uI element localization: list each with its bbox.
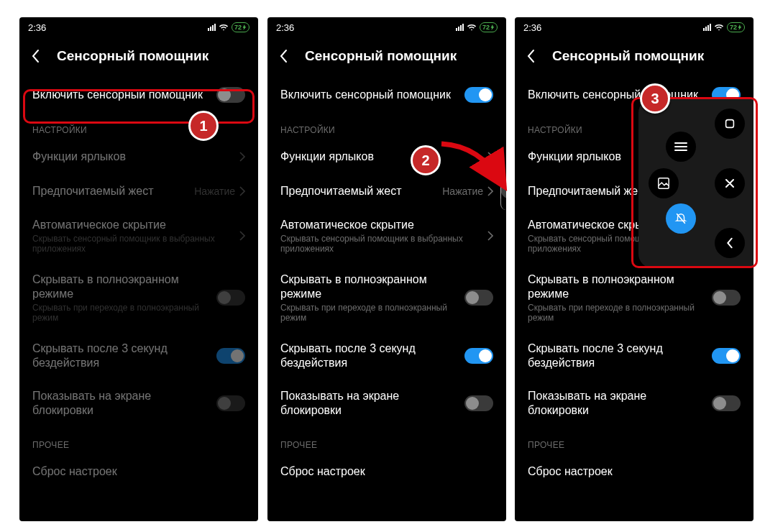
toggle-lockscreen[interactable] <box>464 395 493 411</box>
toggle-fullscreen[interactable] <box>216 290 245 306</box>
wifi-icon <box>714 24 724 31</box>
row-reset[interactable]: Сброс настроек <box>19 454 258 489</box>
section-header-other: ПРОЧЕЕ <box>19 427 258 454</box>
toggle-lockscreen[interactable] <box>216 395 245 411</box>
row-lockscreen[interactable]: Показывать на экране блокировки <box>515 380 753 427</box>
toggle-enable[interactable] <box>464 87 493 103</box>
row-autohide[interactable]: Автоматическое скрытиеСкрывать сенсорный… <box>267 208 506 263</box>
status-time: 2:36 <box>28 22 46 33</box>
row-gesture[interactable]: Предпочитаемый жест Нажатие <box>19 174 258 208</box>
cellular-icon <box>703 24 711 31</box>
toggle-fullscreen[interactable] <box>464 290 493 306</box>
chevron-left-icon <box>526 49 535 63</box>
callout-arrow <box>437 139 509 191</box>
chevron-right-icon <box>487 231 493 241</box>
row-enable-quickball[interactable]: Включить сенсорный помощник <box>267 78 506 112</box>
row-reset[interactable]: Сброс настроек <box>267 454 506 489</box>
callout-badge-2: 2 <box>411 145 441 175</box>
toggle-idle[interactable] <box>712 348 741 364</box>
title-bar: Сенсорный помощник <box>19 37 258 78</box>
tutorial-stage: 2:36 72 Сенсорный помощник Включить сенс… <box>0 0 765 532</box>
back-button[interactable] <box>522 47 539 65</box>
title-bar: Сенсорный помощник <box>267 37 506 78</box>
back-button[interactable] <box>275 47 292 65</box>
section-header-other: ПРОЧЕЕ <box>515 427 753 454</box>
status-indicators: 72 <box>703 22 745 32</box>
status-time: 2:36 <box>523 22 541 33</box>
row-label: Включить сенсорный помощник <box>280 88 451 102</box>
row-idle[interactable]: Скрывать после 3 секунд бездействия <box>19 332 258 380</box>
chevron-left-icon <box>31 49 40 63</box>
toggle-idle[interactable] <box>216 348 245 364</box>
chevron-right-icon <box>239 186 245 196</box>
cellular-icon <box>208 24 216 31</box>
phone-2: 2:36 72 Сенсорный помощник Включить сенс… <box>267 17 506 521</box>
row-shortcuts[interactable]: Функции ярлыков <box>19 139 258 174</box>
toggle-fullscreen[interactable] <box>712 290 741 306</box>
page-title: Сенсорный помощник <box>552 48 704 64</box>
status-time: 2:36 <box>276 22 294 33</box>
callout-highlight-1 <box>23 89 255 124</box>
toggle-idle[interactable] <box>464 348 493 364</box>
row-idle[interactable]: Скрывать после 3 секунд бездействия <box>515 332 753 380</box>
wifi-icon <box>219 24 229 31</box>
battery-icon: 72 <box>232 22 249 32</box>
status-bar: 2:36 72 <box>19 17 258 37</box>
wifi-icon <box>467 24 477 31</box>
status-bar: 2:36 72 <box>267 17 506 37</box>
phone-3: 2:36 72 Сенсорный помощник Включить сенс… <box>515 17 753 521</box>
callout-badge-1: 1 <box>188 111 219 141</box>
row-autohide[interactable]: Автоматическое скрытие Скрывать сенсорны… <box>19 208 258 263</box>
row-idle[interactable]: Скрывать после 3 секунд бездействия <box>267 332 506 380</box>
row-fullscreen[interactable]: Скрывать в полноэкранном режиме Скрывать… <box>19 263 258 332</box>
callout-badge-3: 3 <box>640 83 670 114</box>
row-lockscreen[interactable]: Показывать на экране блокировки <box>267 380 506 427</box>
row-lockscreen[interactable]: Показывать на экране блокировки <box>19 380 258 427</box>
row-reset[interactable]: Сброс настроек <box>515 454 753 489</box>
page-title: Сенсорный помощник <box>305 48 457 64</box>
row-fullscreen[interactable]: Скрывать в полноэкранном режимеСкрывать … <box>515 263 753 332</box>
page-title: Сенсорный помощник <box>57 48 209 64</box>
status-indicators: 72 <box>208 22 249 32</box>
chevron-left-icon <box>279 49 288 63</box>
chevron-right-icon <box>239 231 245 241</box>
toggle-lockscreen[interactable] <box>712 395 741 411</box>
status-indicators: 72 <box>456 22 498 32</box>
section-header-other: ПРОЧЕЕ <box>267 427 506 454</box>
battery-icon: 72 <box>727 22 745 32</box>
back-button[interactable] <box>27 47 44 65</box>
chevron-right-icon <box>239 152 245 162</box>
battery-icon: 72 <box>480 22 498 32</box>
row-fullscreen[interactable]: Скрывать в полноэкранном режимеСкрывать … <box>267 263 506 332</box>
status-bar: 2:36 72 <box>515 17 753 37</box>
title-bar: Сенсорный помощник <box>515 37 753 78</box>
section-header-settings: НАСТРОЙКИ <box>267 112 506 139</box>
cellular-icon <box>456 24 464 31</box>
callout-highlight-3 <box>631 97 758 268</box>
